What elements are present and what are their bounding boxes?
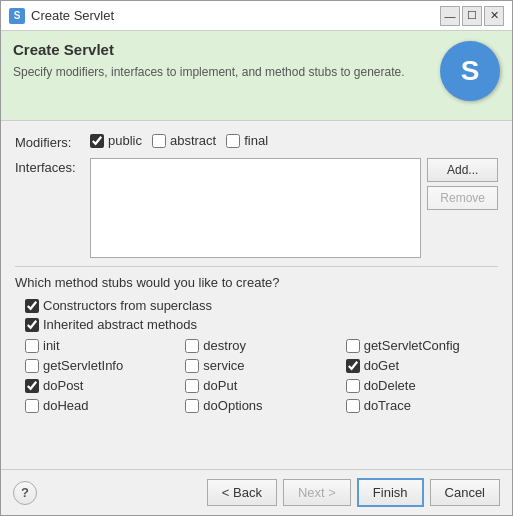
method-service-checkbox[interactable] [185,359,199,373]
maximize-button[interactable]: ☐ [462,6,482,26]
method-doget-label: doGet [364,358,399,373]
method-dotrace-label: doTrace [364,398,411,413]
method-doGet[interactable]: doGet [346,358,498,373]
servlet-icon: S [9,8,25,24]
method-dodelete-checkbox[interactable] [346,379,360,393]
modifier-final[interactable]: final [226,133,268,148]
header-title: Create Servlet [13,41,430,58]
modifier-public-label: public [108,133,142,148]
constructors-checkbox-item[interactable]: Constructors from superclass [25,298,498,313]
interfaces-right: Add... Remove [90,158,498,258]
method-doPost[interactable]: doPost [25,378,177,393]
method-dodelete-label: doDelete [364,378,416,393]
create-servlet-dialog: S Create Servlet — ☐ ✕ Create Servlet Sp… [0,0,513,516]
modifier-final-checkbox[interactable] [226,134,240,148]
constructors-label: Constructors from superclass [43,298,212,313]
header-content: Create Servlet Specify modifiers, interf… [13,41,430,81]
main-content: Modifiers: public abstract final Interfa… [1,121,512,469]
footer-right: < Back Next > Finish Cancel [207,478,500,507]
header-section: Create Servlet Specify modifiers, interf… [1,31,512,121]
method-service[interactable]: service [185,358,337,373]
method-dohead-checkbox[interactable] [25,399,39,413]
finish-button[interactable]: Finish [357,478,424,507]
method-checkboxes-grid: init destroy getServletConfig getServlet… [15,338,498,413]
method-init[interactable]: init [25,338,177,353]
header-description: Specify modifiers, interfaces to impleme… [13,64,430,81]
method-dohead-label: doHead [43,398,89,413]
divider [15,266,498,267]
modifier-abstract-checkbox[interactable] [152,134,166,148]
inherited-checkbox-item[interactable]: Inherited abstract methods [25,317,498,332]
method-destroy-label: destroy [203,338,246,353]
back-button[interactable]: < Back [207,479,277,506]
method-getservletinfo-checkbox[interactable] [25,359,39,373]
modifiers-label: Modifiers: [15,133,90,150]
method-doTrace[interactable]: doTrace [346,398,498,413]
footer-section: ? < Back Next > Finish Cancel [1,469,512,515]
method-dotrace-checkbox[interactable] [346,399,360,413]
cancel-button[interactable]: Cancel [430,479,500,506]
method-stubs-question: Which method stubs would you like to cre… [15,275,498,290]
modifiers-row: Modifiers: public abstract final [15,133,498,150]
modifier-abstract-label: abstract [170,133,216,148]
inherited-checkbox[interactable] [25,318,39,332]
minimize-button[interactable]: — [440,6,460,26]
dialog-title: Create Servlet [31,8,114,23]
close-button[interactable]: ✕ [484,6,504,26]
method-dopost-label: doPost [43,378,83,393]
method-dopost-checkbox[interactable] [25,379,39,393]
modifier-abstract[interactable]: abstract [152,133,216,148]
title-bar-left: S Create Servlet [9,8,114,24]
modifier-public[interactable]: public [90,133,142,148]
method-getservletconfig-checkbox[interactable] [346,339,360,353]
method-doget-checkbox[interactable] [346,359,360,373]
method-getServletConfig[interactable]: getServletConfig [346,338,498,353]
modifier-final-label: final [244,133,268,148]
modifiers-group: public abstract final [90,133,268,148]
constructors-checkbox[interactable] [25,299,39,313]
title-bar: S Create Servlet — ☐ ✕ [1,1,512,31]
method-getservletinfo-label: getServletInfo [43,358,123,373]
method-getServletInfo[interactable]: getServletInfo [25,358,177,373]
method-destroy[interactable]: destroy [185,338,337,353]
help-button[interactable]: ? [13,481,37,505]
method-destroy-checkbox[interactable] [185,339,199,353]
method-dooptions-label: doOptions [203,398,262,413]
preselected-methods: Constructors from superclass Inherited a… [15,298,498,332]
method-doHead[interactable]: doHead [25,398,177,413]
remove-interface-button[interactable]: Remove [427,186,498,210]
inherited-label: Inherited abstract methods [43,317,197,332]
add-interface-button[interactable]: Add... [427,158,498,182]
interfaces-buttons: Add... Remove [427,158,498,210]
method-doput-label: doPut [203,378,237,393]
method-service-label: service [203,358,244,373]
method-dooptions-checkbox[interactable] [185,399,199,413]
method-getservletconfig-label: getServletConfig [364,338,460,353]
method-doDelete[interactable]: doDelete [346,378,498,393]
method-init-checkbox[interactable] [25,339,39,353]
footer-left: ? [13,481,37,505]
interfaces-list[interactable] [90,158,421,258]
interfaces-row: Interfaces: Add... Remove [15,158,498,258]
method-doOptions[interactable]: doOptions [185,398,337,413]
window-controls: — ☐ ✕ [440,6,504,26]
next-button[interactable]: Next > [283,479,351,506]
method-doPut[interactable]: doPut [185,378,337,393]
method-init-label: init [43,338,60,353]
interfaces-label: Interfaces: [15,158,90,175]
modifier-public-checkbox[interactable] [90,134,104,148]
method-doput-checkbox[interactable] [185,379,199,393]
header-logo: S [440,41,500,101]
